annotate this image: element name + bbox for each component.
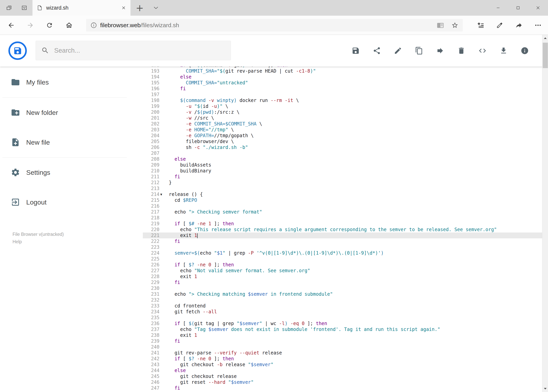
tab-preview-icon[interactable] <box>17 0 31 16</box>
code-text[interactable]: echo "> Checking semver format" <box>169 209 262 215</box>
code-text[interactable]: if [ $? -ne 0 ]; then <box>169 356 234 362</box>
code-line[interactable]: 235 <box>143 315 542 321</box>
code-line[interactable]: 230 <box>143 285 542 291</box>
code-line[interactable]: 229 fi <box>143 280 542 285</box>
browser-tab[interactable]: wizard.sh <box>33 0 131 16</box>
page-scrollbar[interactable] <box>542 35 548 392</box>
code-line[interactable]: 207 <box>143 150 542 156</box>
code-line[interactable]: 242 if [ $? -ne 0 ]; then <box>143 356 542 362</box>
code-text[interactable]: fi <box>169 338 180 344</box>
code-text[interactable]: fi <box>169 385 180 391</box>
delete-icon[interactable] <box>456 45 467 56</box>
code-text[interactable]: release () { <box>169 191 203 197</box>
code-line[interactable]: 203 -e HOME="//tmp" \ <box>143 127 542 133</box>
code-line[interactable]: 200 -v /$(pwd):/src:z \ <box>143 109 542 115</box>
code-line[interactable]: 239 fi <box>143 338 542 344</box>
code-text[interactable]: git checkout release <box>169 373 237 379</box>
share-icon[interactable] <box>512 16 526 35</box>
refresh-icon[interactable] <box>42 16 57 35</box>
code-line[interactable]: 226 if [ $? -ne 0 ]; then <box>143 262 542 268</box>
file-browser-logo[interactable] <box>8 41 28 61</box>
code-line[interactable]: 211 fi <box>143 174 542 180</box>
close-window-button[interactable] <box>528 0 548 16</box>
code-line[interactable]: 237 echo "Tag $semver does not exist in … <box>143 326 542 332</box>
tab-previews-chevron-icon[interactable] <box>149 0 163 16</box>
web-note-icon[interactable] <box>493 16 507 35</box>
new-tab-button[interactable]: + <box>132 0 147 16</box>
code-line[interactable]: 193 COMMIT_SHA="$(git rev-parse HEAD | c… <box>143 68 542 74</box>
code-line[interactable]: 208 else <box>143 156 542 162</box>
code-text[interactable]: cd frontend <box>169 303 206 309</box>
code-line[interactable]: 212} <box>143 180 542 186</box>
code-line[interactable]: 247 fi <box>143 385 542 391</box>
code-text[interactable]: fi <box>169 86 186 91</box>
code-editor[interactable]: 192 if [ "$(command -v git)" != "" ]; th… <box>143 67 542 392</box>
code-line[interactable]: 196 fi <box>143 86 542 91</box>
code-line[interactable]: 220 echo "This release script requires a… <box>143 227 542 232</box>
code-text[interactable]: git checkout -b release "$semver" <box>169 362 273 368</box>
code-text[interactable]: echo "Not valid semver format. See semve… <box>169 268 310 273</box>
sidebar-item-my-files[interactable]: My files <box>0 73 129 91</box>
code-line[interactable]: 244 else <box>143 368 542 373</box>
code-line[interactable]: 219 if [ $# -ne 1 ]; then <box>143 221 542 227</box>
code-text[interactable]: if [ $? -ne 0 ]; then <box>169 262 234 268</box>
code-line[interactable]: 199 -u "$(id -u)" \ <box>143 103 542 109</box>
code-text[interactable]: else <box>169 156 186 162</box>
code-line[interactable]: 201 -w //src \ <box>143 115 542 121</box>
code-line[interactable]: 234 git fetch --all <box>143 309 542 315</box>
code-text[interactable]: else <box>169 74 192 80</box>
code-line[interactable]: 195 COMMIT_SHA="untracked" <box>143 80 542 86</box>
favorites-hub-icon[interactable] <box>473 16 487 35</box>
scrollbar-thumb[interactable] <box>543 43 548 68</box>
code-text[interactable]: -e COMMIT_SHA=$COMMIT_SHA \ <box>169 121 262 127</box>
code-line[interactable]: 233 cd frontend <box>143 303 542 309</box>
code-text[interactable]: $(command -v winpty) docker run --rm -it… <box>169 98 299 103</box>
download-icon[interactable] <box>498 45 509 56</box>
move-icon[interactable] <box>435 45 446 56</box>
code-text[interactable]: buildBinary <box>169 168 211 174</box>
tab-close-icon[interactable] <box>121 5 126 10</box>
code-text[interactable]: semver=$(echo "$1" | grep -P '^v(0|[1-9]… <box>169 250 384 256</box>
maximize-button[interactable] <box>508 0 528 16</box>
info-icon[interactable] <box>519 45 530 56</box>
favorite-star-icon[interactable] <box>451 22 458 29</box>
share-file-icon[interactable] <box>371 45 382 56</box>
sidebar-item-logout[interactable]: Logout <box>0 193 129 211</box>
home-icon[interactable] <box>62 16 77 35</box>
code-line[interactable]: 218 <box>143 215 542 221</box>
code-line[interactable]: 227 echo "Not valid semver format. See s… <box>143 268 542 273</box>
more-options-icon[interactable] <box>531 16 545 35</box>
code-text[interactable]: -u "$(id -u)" \ <box>169 103 228 109</box>
code-text[interactable]: fi <box>169 280 180 285</box>
code-line[interactable]: 206 sh -c "./wizard.sh -b" <box>143 144 542 150</box>
copy-icon[interactable] <box>413 45 425 56</box>
code-text[interactable]: cd $REPO <box>169 197 197 203</box>
code-line[interactable]: 232 <box>143 297 542 303</box>
code-text[interactable]: } <box>169 180 172 186</box>
sidebar-item-settings[interactable]: Settings <box>0 164 129 181</box>
code-line[interactable]: 217 echo "> Checking semver format" <box>143 209 542 215</box>
scroll-down-icon[interactable] <box>542 385 548 392</box>
code-text[interactable]: exit 1 <box>169 332 197 338</box>
code-line[interactable]: 204 -e GOPATH=//tmp/gopath \ <box>143 133 542 139</box>
code-line[interactable]: 246 git reset --hard "$semver" <box>143 379 542 385</box>
code-line[interactable]: 198 $(command -v winpty) docker run --rm… <box>143 98 542 103</box>
code-text[interactable]: COMMIT_SHA="untracked" <box>169 80 248 86</box>
code-text[interactable]: echo "> Checking matching $semver in fro… <box>169 291 333 297</box>
code-text[interactable]: exit 1 <box>169 232 198 238</box>
scroll-up-icon[interactable] <box>542 35 548 42</box>
sidebar-item-new-folder[interactable]: New folder <box>0 104 129 121</box>
code-line[interactable]: 221 exit 1 <box>143 232 542 238</box>
code-text[interactable]: filebrowser/dev \ <box>169 139 234 144</box>
code-text[interactable]: exit 1 <box>169 273 197 280</box>
back-icon[interactable] <box>4 16 19 35</box>
code-view-icon[interactable] <box>477 45 488 56</box>
code-line[interactable]: 192 if [ "$(command -v git)" != "" ]; th… <box>143 67 542 68</box>
search-bar[interactable] <box>36 41 231 60</box>
code-line[interactable]: 225 <box>143 256 542 262</box>
code-text[interactable]: -w //src \ <box>169 115 214 121</box>
code-line[interactable]: 214▾release () { <box>143 191 542 197</box>
code-text[interactable]: git fetch --all <box>169 309 217 315</box>
code-text[interactable]: echo "This release script requires a sin… <box>169 227 497 232</box>
set-aside-tabs-icon[interactable] <box>2 0 16 16</box>
